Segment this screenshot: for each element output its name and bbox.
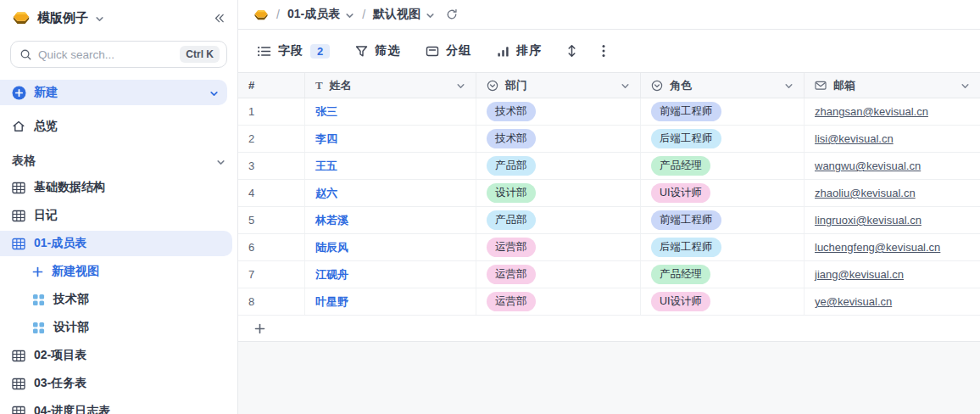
column-header-department[interactable]: 部门 — [476, 73, 641, 98]
email-cell[interactable]: jiang@kevisual.cn — [805, 261, 980, 288]
sidebar-item-base-structure[interactable]: 基础数据结构 — [0, 175, 232, 200]
new-chevron-down-icon[interactable] — [209, 89, 219, 98]
table-row[interactable]: 6 陆辰风 运营部 后端工程师 luchengfeng@kevisual.cn — [238, 234, 980, 261]
sidebar-item-view-design[interactable]: 设计部 — [0, 315, 232, 340]
table-row[interactable]: 7 江砚舟 运营部 产品经理 jiang@kevisual.cn — [238, 261, 980, 288]
email-link[interactable]: zhangsan@kevisual.cn — [815, 105, 928, 118]
department-cell[interactable]: 技术部 — [476, 126, 641, 152]
role-cell[interactable]: 产品经理 — [641, 261, 805, 288]
table-row[interactable]: 3 王五 产品部 产品经理 wangwu@kevisual.cn — [238, 153, 980, 180]
department-cell[interactable]: 产品部 — [476, 207, 641, 233]
table-row[interactable]: 2 李四 技术部 后端工程师 lisi@kevisual.cn — [238, 126, 980, 153]
column-header-role[interactable]: 角色 — [641, 73, 805, 98]
name-cell[interactable]: 张三 — [305, 98, 476, 125]
breadcrumb-view[interactable]: 默认视图 — [373, 7, 435, 22]
department-cell[interactable]: 设计部 — [476, 180, 641, 206]
section-chevron-down-icon[interactable] — [216, 158, 226, 167]
name-cell[interactable]: 江砚舟 — [305, 261, 476, 288]
department-cell[interactable]: 运营部 — [476, 288, 641, 315]
email-link[interactable]: lisi@kevisual.cn — [815, 132, 894, 145]
fields-button[interactable]: 字段 2 — [257, 43, 330, 59]
role-cell[interactable]: 后端工程师 — [641, 234, 805, 260]
table-row[interactable]: 8 叶星野 运营部 UI设计师 ye@kevisual.cn — [238, 288, 980, 316]
sidebar-item-members-table[interactable]: 01-成员表 — [0, 231, 232, 256]
column-header-email[interactable]: 邮箱 — [805, 73, 980, 98]
email-cell[interactable]: ye@kevisual.cn — [805, 288, 980, 315]
name-cell[interactable]: 林若溪 — [305, 207, 476, 233]
group-button[interactable]: 分组 — [426, 43, 471, 59]
email-link[interactable]: jiang@kevisual.cn — [815, 268, 904, 281]
chevron-down-icon[interactable] — [621, 81, 630, 91]
sidebar-item-diary[interactable]: 日记 — [0, 203, 232, 228]
chevron-down-icon[interactable] — [784, 81, 793, 91]
row-index: 6 — [238, 234, 305, 260]
workspace-name[interactable]: 模版例子 — [37, 10, 88, 26]
chevron-down-icon[interactable] — [961, 81, 970, 91]
role-cell[interactable]: UI设计师 — [641, 288, 805, 315]
table-row[interactable]: 1 张三 技术部 前端工程师 zhangsan@kevisual.cn — [238, 98, 980, 126]
role-cell[interactable]: 后端工程师 — [641, 126, 805, 152]
role-cell[interactable]: 产品经理 — [641, 153, 805, 179]
sidebar-item-new-view[interactable]: 新建视图 — [0, 259, 232, 284]
breadcrumb-separator: / — [362, 8, 365, 21]
quick-search[interactable]: Ctrl K — [10, 41, 227, 68]
row-height-button[interactable] — [567, 44, 576, 58]
email-link[interactable]: lingruoxi@kevisual.cn — [815, 214, 922, 227]
email-link[interactable]: luchengfeng@kevisual.cn — [815, 241, 940, 254]
email-cell[interactable]: zhaoliu@kevisual.cn — [805, 180, 980, 206]
name-cell[interactable]: 王五 — [305, 153, 476, 179]
member-name-link[interactable]: 林若溪 — [315, 213, 348, 228]
grid-icon — [32, 294, 45, 306]
sidebar-item-progress-log-table[interactable]: 04-进度日志表 — [0, 399, 232, 414]
column-header-index[interactable]: # — [238, 73, 305, 98]
refresh-icon[interactable] — [446, 8, 458, 20]
workspace-chevron-down-icon[interactable] — [95, 14, 104, 24]
role-cell[interactable]: UI设计师 — [641, 180, 805, 206]
filter-button[interactable]: 筛选 — [355, 43, 400, 59]
name-cell[interactable]: 李四 — [305, 126, 476, 152]
new-button[interactable]: 新建 — [0, 80, 227, 105]
department-cell[interactable]: 产品部 — [476, 153, 641, 179]
member-name-link[interactable]: 江砚舟 — [315, 267, 348, 283]
member-name-link[interactable]: 叶星野 — [315, 294, 348, 310]
role-cell[interactable]: 前端工程师 — [641, 98, 805, 125]
sort-button[interactable]: 排序 — [497, 43, 542, 59]
email-link[interactable]: ye@kevisual.cn — [815, 295, 892, 308]
add-row-button[interactable] — [238, 316, 980, 342]
name-cell[interactable]: 叶星野 — [305, 288, 476, 315]
sidebar-item-overview[interactable]: 总览 — [0, 114, 237, 139]
department-cell[interactable]: 运营部 — [476, 261, 641, 288]
member-name-link[interactable]: 王五 — [315, 159, 337, 174]
email-cell[interactable]: luchengfeng@kevisual.cn — [805, 234, 980, 260]
sidebar-item-tasks-table[interactable]: 03-任务表 — [0, 371, 232, 396]
table-row[interactable]: 4 赵六 设计部 UI设计师 zhaoliu@kevisual.cn — [238, 180, 980, 207]
member-name-link[interactable]: 陆辰风 — [315, 240, 348, 255]
department-cell[interactable]: 运营部 — [476, 234, 641, 260]
sidebar-item-view-tech[interactable]: 技术部 — [0, 287, 232, 312]
search-input[interactable] — [38, 48, 174, 61]
email-link[interactable]: zhaoliu@kevisual.cn — [815, 187, 916, 199]
email-cell[interactable]: lingruoxi@kevisual.cn — [805, 207, 980, 233]
member-name-link[interactable]: 赵六 — [315, 186, 337, 201]
column-header-name[interactable]: T 姓名 — [305, 73, 476, 98]
email-cell[interactable]: lisi@kevisual.cn — [805, 126, 980, 152]
chevron-down-icon[interactable] — [456, 81, 465, 91]
member-name-link[interactable]: 李四 — [315, 131, 337, 147]
name-cell[interactable]: 赵六 — [305, 180, 476, 206]
department-cell[interactable]: 技术部 — [476, 98, 641, 125]
sidebar-collapse-icon[interactable] — [213, 13, 226, 24]
role-cell[interactable]: 前端工程师 — [641, 207, 805, 233]
breadcrumb-table[interactable]: 01-成员表 — [287, 7, 354, 22]
sidebar-item-projects-table[interactable]: 02-项目表 — [0, 343, 232, 368]
email-link[interactable]: wangwu@kevisual.cn — [815, 159, 921, 172]
email-cell[interactable]: wangwu@kevisual.cn — [805, 153, 980, 179]
member-name-link[interactable]: 张三 — [315, 104, 337, 120]
sidebar-item-label: 技术部 — [53, 292, 89, 307]
table-row[interactable]: 5 林若溪 产品部 前端工程师 lingruoxi@kevisual.cn — [238, 207, 980, 234]
name-cell[interactable]: 陆辰风 — [305, 234, 476, 260]
table-icon — [12, 378, 25, 390]
breadcrumb-logo-icon[interactable] — [253, 8, 269, 21]
more-button[interactable] — [602, 44, 605, 58]
email-cell[interactable]: zhangsan@kevisual.cn — [805, 98, 980, 125]
sidebar-section-tables[interactable]: 表格 — [0, 149, 237, 173]
